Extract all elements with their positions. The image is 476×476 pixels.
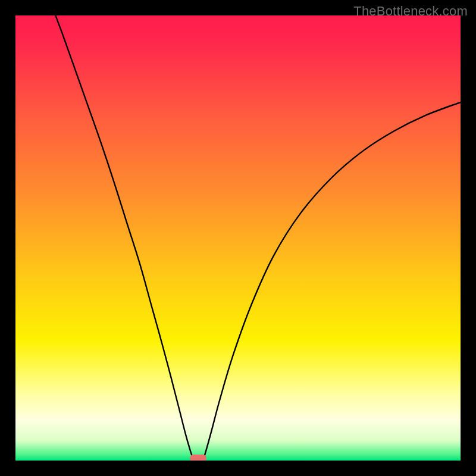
watermark-text: TheBottleneck.com — [353, 4, 468, 19]
bottleneck-marker — [190, 455, 206, 461]
plot-area — [15, 15, 461, 461]
left-curve — [55, 15, 194, 461]
curve-layer — [15, 15, 461, 461]
right-curve — [202, 102, 461, 461]
